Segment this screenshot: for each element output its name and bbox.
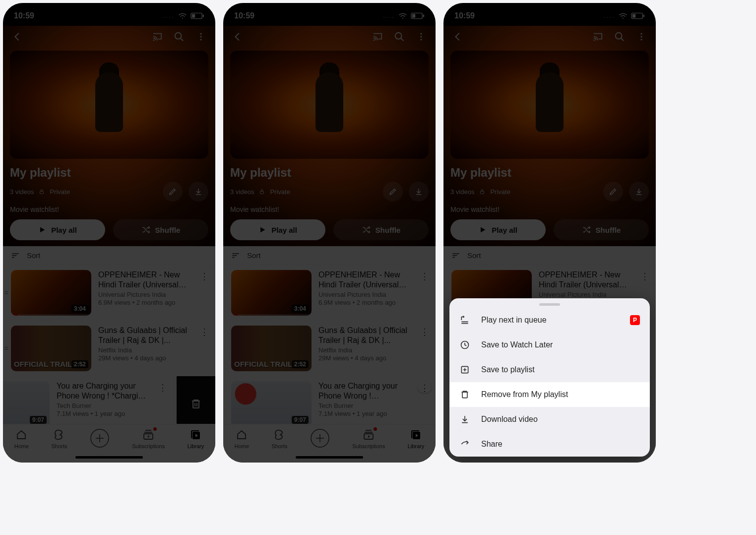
plus-circle-icon — [90, 428, 110, 448]
playlist-meta: 3 videos Private — [450, 188, 510, 196]
shuffle-button[interactable]: Shuffle — [113, 219, 208, 240]
svg-point-33 — [395, 33, 402, 39]
shorts-icon — [53, 428, 65, 441]
video-thumbnail[interactable]: 3:04 — [231, 270, 312, 316]
svg-point-9 — [200, 39, 201, 40]
sheet-play-next[interactable]: Play next in queue P — [449, 308, 650, 333]
more-icon[interactable] — [194, 30, 207, 43]
svg-point-5 — [175, 33, 182, 39]
download-button[interactable] — [629, 182, 649, 201]
nav-create[interactable] — [310, 428, 330, 448]
video-title: OPPENHEIMER - New Hindi Trailer (Univers… — [318, 270, 411, 290]
lock-icon — [259, 189, 265, 195]
video-more-icon[interactable]: ⋮ — [197, 326, 211, 337]
more-icon[interactable] — [635, 30, 648, 43]
status-time: 10:59 — [234, 11, 254, 20]
sheet-watch-later[interactable]: Save to Watch Later — [449, 333, 650, 357]
sheet-download[interactable]: Download video — [449, 407, 650, 432]
phone-panel-3: 10:59 My playlist 3 videos Pr — [443, 3, 656, 463]
nav-subscriptions-label: Subscriptions — [132, 443, 165, 449]
search-icon[interactable] — [393, 30, 406, 43]
video-thumbnail[interactable]: 9:07 — [231, 381, 312, 427]
video-list: Sort = 3:04 OPPENHEIMER - New Hindi Trai… — [3, 246, 215, 463]
video-row[interactable]: = OFFICIAL TRAILER 2:52 Guns & Gulaabs |… — [3, 321, 215, 376]
drag-handle-icon[interactable]: = — [3, 289, 10, 297]
svg-rect-30 — [412, 14, 416, 17]
nav-library[interactable]: Library — [408, 428, 425, 449]
sort-button[interactable]: Sort — [223, 246, 436, 265]
video-more-icon-highlighted[interactable]: ⋮ — [418, 382, 432, 393]
video-row[interactable]: 3:04 OPPENHEIMER - New Hindi Trailer (Un… — [223, 265, 436, 321]
playlist-description: Movie watchlist! — [230, 205, 429, 213]
sheet-save-playlist[interactable]: Save to playlist — [449, 357, 650, 382]
play-all-button[interactable]: Play all — [450, 219, 546, 240]
video-more-icon[interactable]: ⋮ — [638, 270, 652, 282]
cast-icon[interactable] — [151, 30, 164, 43]
cast-icon[interactable] — [591, 30, 604, 43]
more-icon[interactable] — [415, 30, 428, 43]
duration-badge: 3:04 — [292, 305, 309, 313]
back-icon[interactable] — [231, 30, 244, 43]
shuffle-button[interactable]: Shuffle — [333, 219, 429, 240]
nav-shorts[interactable]: Shorts — [272, 428, 288, 449]
nav-library-label: Library — [408, 443, 425, 449]
drag-handle-icon[interactable]: = — [3, 344, 10, 352]
svg-point-32 — [374, 40, 375, 41]
video-stats: 29M views • 4 days ago — [318, 354, 411, 362]
top-bar — [450, 26, 649, 48]
video-thumbnail[interactable]: OFFICIAL TRAILER 2:52 — [11, 326, 91, 371]
nav-subscriptions[interactable]: Subscriptions — [132, 428, 165, 449]
edit-button[interactable] — [383, 182, 403, 201]
svg-rect-3 — [203, 14, 204, 17]
sort-button[interactable]: Sort — [443, 246, 656, 265]
svg-rect-55 — [632, 14, 636, 17]
search-icon[interactable] — [173, 30, 186, 43]
cast-icon[interactable] — [371, 30, 384, 43]
nav-home[interactable]: Home — [14, 428, 29, 449]
back-icon[interactable] — [451, 30, 464, 43]
video-thumbnail[interactable]: 3:04 — [11, 270, 91, 316]
nav-create[interactable] — [90, 428, 110, 448]
video-channel: Universal Pictures India — [318, 291, 411, 298]
shuffle-button[interactable]: Shuffle — [554, 219, 649, 240]
shuffle-label: Shuffle — [596, 226, 621, 234]
playlist-video-count: 3 videos — [230, 188, 254, 196]
battery-icon — [190, 12, 204, 19]
edit-button[interactable] — [603, 182, 623, 201]
clock-icon — [459, 340, 470, 350]
video-more-icon[interactable]: ⋮ — [418, 270, 432, 282]
play-all-button[interactable]: Play all — [230, 219, 325, 240]
svg-marker-12 — [40, 227, 45, 233]
playlist-video-count: 3 videos — [450, 188, 474, 196]
svg-point-28 — [402, 17, 403, 18]
sheet-play-next-label: Play next in queue — [481, 316, 547, 325]
sort-button[interactable]: Sort — [3, 246, 215, 265]
plus-circle-icon — [310, 428, 330, 448]
edit-button[interactable] — [163, 182, 183, 201]
video-thumbnail[interactable]: 9:07 — [3, 381, 50, 427]
sort-label: Sort — [247, 251, 261, 260]
video-more-icon[interactable]: ⋮ — [197, 270, 211, 282]
download-button[interactable] — [409, 182, 429, 201]
sheet-grab-handle[interactable] — [539, 303, 560, 306]
video-more-icon[interactable]: ⋮ — [418, 326, 432, 337]
video-row[interactable]: OFFICIAL TRAILER2:52 Guns & Gulaabs | Of… — [223, 321, 436, 376]
nav-shorts[interactable]: Shorts — [52, 428, 67, 449]
nav-subscriptions[interactable]: Subscriptions — [352, 428, 385, 449]
search-icon[interactable] — [613, 30, 626, 43]
nav-home[interactable]: Home — [235, 428, 249, 449]
queue-icon — [459, 315, 470, 325]
video-more-icon[interactable]: ⋮ — [156, 381, 170, 393]
sheet-remove[interactable]: Remove from My playlist — [449, 382, 650, 407]
svg-line-6 — [181, 38, 184, 41]
video-row[interactable]: = 3:04 OPPENHEIMER - New Hindi Trailer (… — [3, 265, 215, 321]
back-icon[interactable] — [11, 30, 24, 43]
video-channel: Universal Pictures India — [539, 291, 631, 298]
play-all-button[interactable]: Play all — [10, 219, 105, 240]
lock-icon — [39, 189, 45, 195]
wifi-icon — [619, 12, 628, 19]
sheet-share[interactable]: Share — [449, 432, 650, 457]
nav-library[interactable]: Library — [188, 428, 204, 449]
video-thumbnail[interactable]: OFFICIAL TRAILER2:52 — [231, 326, 312, 371]
download-button[interactable] — [189, 182, 208, 201]
